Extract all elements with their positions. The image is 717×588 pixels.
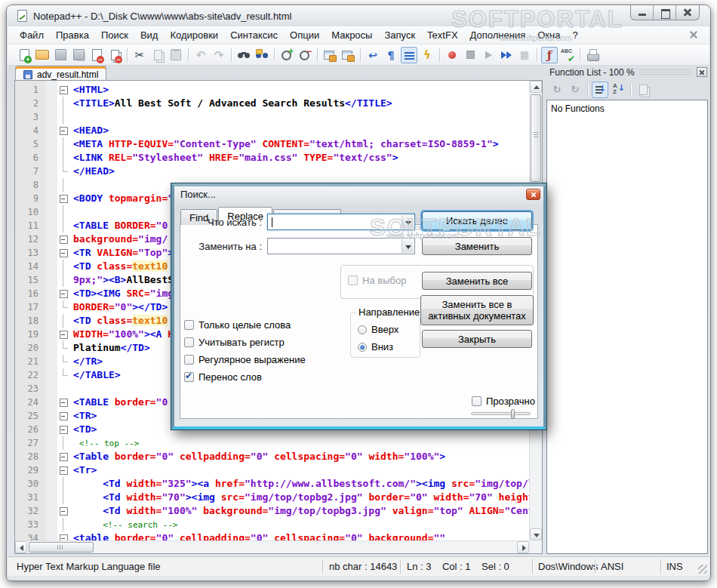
fold-collapse-icon[interactable] bbox=[57, 232, 71, 246]
minimize-button[interactable] bbox=[631, 5, 654, 20]
restore-button[interactable] bbox=[654, 5, 676, 20]
code-text[interactable]: </HEAD> bbox=[71, 165, 529, 178]
menu-item-Правка[interactable]: Правка bbox=[50, 27, 95, 43]
open-file-icon[interactable] bbox=[34, 47, 51, 63]
option-checkbox-1[interactable] bbox=[184, 337, 194, 347]
show-all-chars-icon[interactable] bbox=[383, 47, 399, 63]
bookmark-cell[interactable] bbox=[45, 205, 57, 219]
undo-icon[interactable] bbox=[192, 47, 209, 63]
fold-collapse-icon[interactable] bbox=[57, 124, 71, 137]
fold-collapse-icon[interactable] bbox=[57, 409, 71, 423]
replace-input[interactable] bbox=[267, 238, 415, 254]
close-all-icon[interactable] bbox=[106, 47, 123, 63]
reload-icon[interactable] bbox=[567, 82, 583, 98]
replace-button[interactable]: Заменить bbox=[422, 237, 532, 255]
bookmark-cell[interactable] bbox=[45, 219, 57, 232]
menu-item-Окна[interactable]: Окна bbox=[531, 27, 566, 43]
bookmark-cell[interactable] bbox=[45, 355, 57, 368]
bookmark-cell[interactable] bbox=[45, 450, 57, 463]
bookmark-cell[interactable] bbox=[45, 97, 57, 110]
replace-all-button[interactable]: Заменить все bbox=[422, 272, 532, 290]
code-text[interactable]: <HEAD> bbox=[71, 124, 529, 137]
fold-collapse-icon[interactable] bbox=[57, 423, 71, 436]
bookmark-cell[interactable] bbox=[45, 273, 57, 287]
transparency-slider[interactable] bbox=[471, 412, 531, 415]
fold-collapse-icon[interactable] bbox=[57, 504, 71, 518]
macro-play-icon[interactable] bbox=[480, 47, 497, 63]
code-text[interactable]: <HTML> bbox=[71, 83, 529, 97]
fold-collapse-icon[interactable] bbox=[57, 287, 71, 300]
code-text[interactable]: <Td width="70"><img src="img/top/topbg2.… bbox=[71, 491, 529, 504]
bookmark-cell[interactable] bbox=[45, 423, 57, 436]
resize-grip[interactable] bbox=[698, 565, 707, 574]
sort-by-content-icon[interactable] bbox=[592, 82, 608, 98]
paste-icon[interactable] bbox=[168, 47, 184, 63]
title-bar[interactable]: Notepad++ - D:\_Disk C\www\www\abs-site\… bbox=[7, 5, 710, 26]
menu-item-Запуск[interactable]: Запуск bbox=[378, 27, 421, 43]
bookmark-cell[interactable] bbox=[45, 137, 57, 151]
search-input[interactable] bbox=[267, 214, 415, 230]
vertical-scroll-thumb[interactable] bbox=[531, 94, 541, 182]
menu-item-?[interactable]: ? bbox=[566, 27, 583, 43]
code-text[interactable]: <!-- search --> bbox=[71, 518, 529, 531]
bookmark-cell[interactable] bbox=[45, 300, 57, 314]
replace-icon[interactable] bbox=[254, 47, 270, 63]
fold-collapse-icon[interactable] bbox=[57, 531, 71, 540]
fold-collapse-icon[interactable] bbox=[57, 192, 71, 205]
menu-item-TextFX[interactable]: TextFX bbox=[421, 27, 463, 43]
dropdown-arrow-icon[interactable] bbox=[402, 239, 414, 253]
close-panel-button[interactable] bbox=[697, 67, 707, 77]
scroll-right-button[interactable] bbox=[517, 541, 529, 553]
refresh-icon[interactable] bbox=[549, 82, 565, 98]
horizontal-scroll-thumb[interactable] bbox=[29, 542, 94, 553]
bookmark-cell[interactable] bbox=[45, 246, 57, 260]
fold-collapse-icon[interactable] bbox=[57, 396, 71, 409]
code-text[interactable]: <Table border="0" cellpadding="0" cellsp… bbox=[71, 450, 529, 463]
in-selection-checkbox[interactable] bbox=[348, 276, 358, 285]
save-all-icon[interactable] bbox=[70, 47, 87, 63]
option-checkbox-0[interactable] bbox=[184, 320, 194, 330]
status-encoding[interactable]: ANSI bbox=[601, 561, 623, 572]
function-list-header[interactable]: Function List - 100 % bbox=[546, 64, 709, 80]
zoom-out-icon[interactable] bbox=[297, 47, 313, 63]
status-insert-mode[interactable]: INS bbox=[666, 561, 683, 572]
code-text[interactable]: <LINK REL="Stylesheet" HREF="main.css" T… bbox=[71, 151, 529, 165]
horizontal-scrollbar[interactable] bbox=[15, 540, 529, 553]
transparency-slider-thumb[interactable] bbox=[511, 409, 515, 419]
menu-item-Синтаксис[interactable]: Синтаксис bbox=[224, 27, 284, 43]
fold-collapse-icon[interactable] bbox=[57, 450, 71, 463]
menu-item-Дополнения[interactable]: Дополнения bbox=[464, 27, 532, 43]
bookmark-cell[interactable] bbox=[45, 260, 57, 273]
find-next-button[interactable]: Искать далее bbox=[422, 211, 532, 230]
option-checkbox-2[interactable] bbox=[184, 355, 194, 365]
copy-names-icon[interactable] bbox=[635, 82, 651, 98]
bookmark-cell[interactable] bbox=[45, 504, 57, 518]
bookmark-cell[interactable] bbox=[45, 110, 57, 124]
macro-save-icon[interactable] bbox=[516, 47, 533, 63]
bookmark-cell[interactable] bbox=[45, 463, 57, 477]
redo-icon[interactable] bbox=[211, 47, 227, 63]
copy-icon[interactable] bbox=[149, 47, 166, 63]
code-text[interactable]: <Tr> bbox=[71, 463, 529, 477]
fold-collapse-icon[interactable] bbox=[57, 328, 71, 341]
code-text[interactable]: <table border="0" cellpadding="0" cellsp… bbox=[71, 531, 529, 540]
function-list[interactable]: No Functions bbox=[546, 100, 708, 554]
menu-item-Поиск[interactable]: Поиск bbox=[95, 27, 134, 43]
bookmark-cell[interactable] bbox=[45, 151, 57, 165]
bookmark-cell[interactable] bbox=[45, 165, 57, 178]
bookmark-cell[interactable] bbox=[45, 83, 57, 97]
bookmark-cell[interactable] bbox=[45, 368, 57, 382]
bookmark-cell[interactable] bbox=[45, 436, 57, 450]
code-text[interactable]: <Td width="325"><a href="http://www.allb… bbox=[71, 477, 529, 491]
fold-collapse-icon[interactable] bbox=[57, 83, 71, 97]
bookmark-cell[interactable] bbox=[45, 382, 57, 396]
status-eol-format[interactable]: Dos\Windows bbox=[538, 561, 598, 572]
save-icon[interactable] bbox=[52, 47, 69, 63]
function-list-icon[interactable] bbox=[541, 47, 558, 63]
menu-item-Макросы[interactable]: Макросы bbox=[325, 27, 378, 43]
replace-all-documents-button[interactable]: Заменить все в активных документах bbox=[420, 295, 534, 325]
sort-alphabetic-icon[interactable] bbox=[610, 82, 626, 98]
print-icon[interactable] bbox=[584, 47, 601, 63]
close-dialog-button[interactable] bbox=[526, 189, 540, 200]
bookmark-cell[interactable] bbox=[45, 192, 57, 205]
